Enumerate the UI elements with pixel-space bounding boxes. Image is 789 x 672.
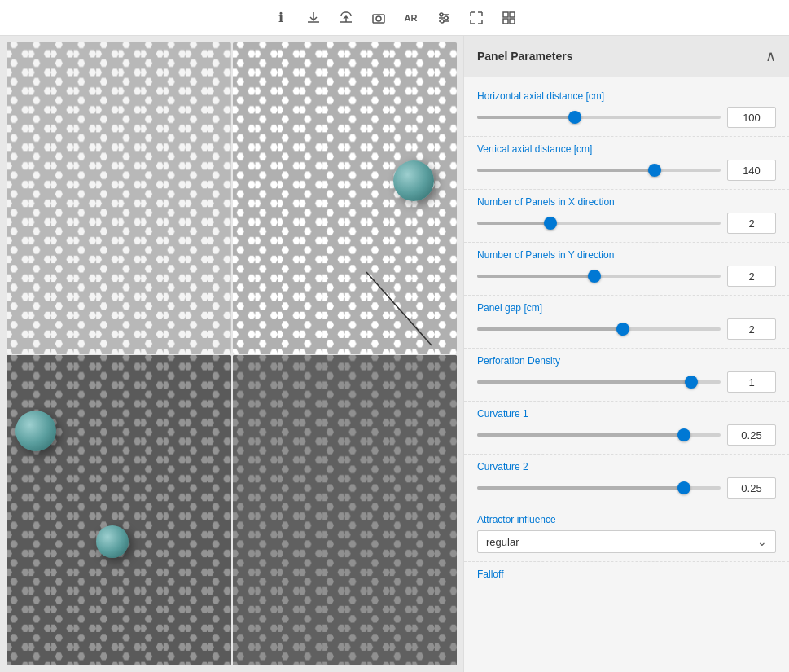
attractor-value: regular [486,536,519,548]
slider-track-vertical-axial-distance[interactable] [477,169,721,172]
slider-thumb-panel-gap[interactable] [616,323,629,336]
param-label-vertical-axial-distance: Vertical axial distance [cm] [477,143,776,155]
main-content: // We'll create the pattern via SVG defs… [0,36,789,672]
param-row-panels-x: Number of Panels in X direction [464,190,789,243]
slider-thumb-panels-x[interactable] [544,217,557,230]
svg-rect-7 [503,19,508,24]
param-control-curvature-1 [477,424,776,446]
sphere-bottom-left [15,411,56,451]
slider-track-curvature-2[interactable] [477,486,721,490]
info-icon[interactable]: ℹ [271,8,291,28]
camera-icon[interactable] [369,8,388,28]
slider-thumb-horizontal-axial-distance[interactable] [568,111,581,124]
param-row-horizontal-axial-distance: Horizontal axial distance [cm] [464,84,789,137]
right-panel: Panel Parameters ∧ Horizontal axial dist… [463,36,789,672]
param-row-perforation-density: Perforation Density [464,349,789,402]
param-label-panel-gap: Panel gap [cm] [477,302,776,314]
svg-rect-13 [7,42,231,354]
slider-track-curvature-1[interactable] [477,433,721,437]
param-row-curvature-2: Curvature 2 [464,455,789,507]
value-input-perforation-density[interactable] [727,371,776,393]
svg-rect-6 [510,12,515,17]
svg-rect-8 [510,19,515,24]
expand-icon[interactable] [467,8,486,28]
panel-bottom-right [233,355,458,666]
panel-header: Panel Parameters ∧ [464,36,789,77]
params-container: Horizontal axial distance [cm]Vertical a… [464,77,789,672]
value-input-panels-x[interactable] [727,213,776,234]
slider-thumb-perforation-density[interactable] [685,376,698,389]
slider-track-panels-x[interactable] [477,222,721,225]
panel-top-right [233,42,458,354]
grid-icon[interactable] [499,8,519,28]
falloff-row: Falloff [464,562,789,586]
slider-thumb-curvature-1[interactable] [677,428,690,441]
value-input-curvature-2[interactable] [727,477,776,499]
chevron-down-icon: ⌄ [757,535,767,548]
param-row-panels-y: Number of Panels in Y direction [464,243,789,296]
param-label-perforation-density: Perforation Density [477,355,776,367]
download-icon[interactable] [304,8,323,28]
param-label-panels-x: Number of Panels in X direction [477,196,776,208]
param-label-curvature-2: Curvature 2 [477,461,776,472]
param-control-horizontal-axial-distance [477,107,776,128]
param-label-curvature-1: Curvature 1 [477,408,776,419]
attractor-label: Attractor influence [477,514,776,525]
upload-icon[interactable] [336,8,356,28]
panel-bottom-left [7,355,231,666]
attractor-dropdown[interactable]: regular ⌄ [477,530,776,553]
value-input-panels-y[interactable] [727,266,776,287]
ar-icon[interactable]: AR [401,8,421,28]
svg-rect-28 [233,355,458,666]
slider-track-panel-gap[interactable] [477,327,721,331]
param-control-panels-x [477,213,776,234]
slider-track-panels-y[interactable] [477,275,721,278]
svg-point-1 [376,16,381,21]
param-row-panel-gap: Panel gap [cm] [464,296,789,349]
slider-thumb-panels-y[interactable] [588,270,601,283]
toolbar: ℹ AR [0,0,789,36]
panel-top-left: // We'll create the pattern via SVG defs… [7,42,231,354]
svg-rect-5 [503,12,508,17]
viewport: // We'll create the pattern via SVG defs… [0,36,463,672]
slider-track-horizontal-axial-distance[interactable] [477,116,721,119]
param-control-perforation-density [477,371,776,393]
param-row-vertical-axial-distance: Vertical axial distance [cm] [464,137,789,190]
value-input-horizontal-axial-distance[interactable] [727,107,776,128]
slider-thumb-curvature-2[interactable] [677,481,690,494]
value-input-vertical-axial-distance[interactable] [727,160,776,181]
falloff-label: Falloff [477,569,776,580]
slider-thumb-vertical-axial-distance[interactable] [648,164,661,177]
panel-title: Panel Parameters [477,50,573,63]
collapse-icon[interactable]: ∧ [765,47,776,65]
svg-rect-23 [7,355,231,666]
param-control-curvature-2 [477,477,776,499]
value-input-curvature-1[interactable] [727,424,776,446]
param-control-panels-y [477,266,776,287]
svg-point-4 [441,20,444,23]
svg-point-3 [445,16,448,20]
slider-track-perforation-density[interactable] [477,380,721,384]
param-control-vertical-axial-distance [477,160,776,181]
param-row-curvature-1: Curvature 1 [464,402,789,455]
svg-point-2 [440,13,443,16]
param-label-horizontal-axial-distance: Horizontal axial distance [cm] [477,90,776,102]
attractor-row: Attractor influence regular ⌄ [464,507,789,562]
settings-icon[interactable] [434,8,454,28]
param-control-panel-gap [477,318,776,340]
value-input-panel-gap[interactable] [727,318,776,340]
param-label-panels-y: Number of Panels in Y direction [477,249,776,261]
